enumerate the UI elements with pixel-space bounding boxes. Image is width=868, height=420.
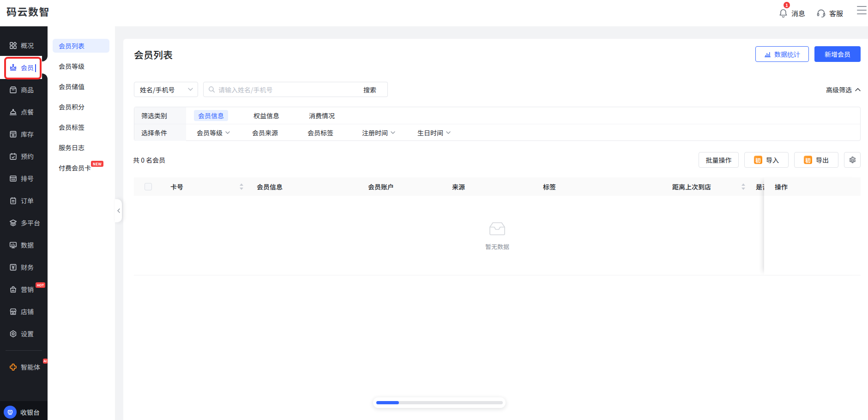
- booking-icon: [9, 152, 17, 160]
- advanced-filter-label: 高级筛选: [826, 85, 852, 94]
- table-bottom-border: [134, 275, 861, 275]
- sidebar-item-label: 店铺: [21, 307, 34, 316]
- fixed-action-column: 操作: [764, 177, 861, 275]
- select-all-checkbox[interactable]: [145, 183, 152, 190]
- shop-icon: [9, 308, 17, 316]
- main-area: 会员列表 数据统计 新增会员 姓名/手机号 请输入姓名/手机号 搜索 高级筛选 …: [115, 26, 868, 420]
- goods-icon: [9, 86, 17, 94]
- primary-sidebar: 概况 会员 商品 点餐 库存 预约 排号 订单 多平台 数据 财务 营: [0, 26, 48, 420]
- top-header: 码云数智 1 消息 客服: [0, 0, 868, 26]
- crown-icon: [9, 64, 17, 72]
- import-button[interactable]: 初 导入: [744, 152, 789, 168]
- condition-label: 生日时间: [417, 128, 443, 137]
- sidebar-item-cashier[interactable]: 收银台: [0, 401, 48, 420]
- submenu-item-3[interactable]: 会员积分: [53, 100, 109, 114]
- filter-tab-benefit-info[interactable]: 权益信息: [249, 110, 283, 121]
- chu-app-icon: 初: [804, 156, 812, 164]
- filter-condition-label: 选择条件: [134, 124, 186, 141]
- sidebar-item-5[interactable]: 预约: [0, 145, 48, 167]
- search-button[interactable]: 搜索: [352, 82, 388, 97]
- sidebar-item-4[interactable]: 库存: [0, 123, 48, 145]
- bell-icon: [778, 8, 788, 18]
- sidebar-item-1[interactable]: 会员: [0, 56, 48, 79]
- sidebar-item-8[interactable]: 多平台: [0, 212, 48, 234]
- column-settings-button[interactable]: [844, 152, 861, 168]
- chevron-down-icon: [188, 88, 193, 91]
- condition-label: 注册时间: [362, 128, 388, 137]
- content-card: 会员列表 数据统计 新增会员 姓名/手机号 请输入姓名/手机号 搜索 高级筛选 …: [123, 39, 868, 420]
- secondary-sidebar: 会员列表 会员等级 会员储值 会员积分 会员标签 服务日志 付费会员卡 NEW: [48, 26, 115, 420]
- export-label: 导出: [816, 155, 829, 164]
- sidebar-item-label: 设置: [21, 329, 34, 338]
- chevron-left-icon: [117, 208, 121, 213]
- column-source: 来源: [452, 177, 465, 196]
- submenu-item-0[interactable]: 会员列表: [53, 39, 109, 53]
- condition-member-level[interactable]: 会员等级: [197, 124, 230, 141]
- support-menu[interactable]: 客服: [816, 0, 843, 26]
- column-card-number[interactable]: 卡号: [170, 177, 183, 196]
- chevron-down-icon: [391, 131, 395, 134]
- scrollbar-track[interactable]: [376, 401, 503, 404]
- sidebar-item-13[interactable]: 设置: [0, 323, 48, 345]
- marketing-icon: [9, 286, 17, 293]
- export-button[interactable]: 初 导出: [794, 152, 838, 168]
- sidebar-item-label: 预约: [21, 152, 34, 161]
- dining-icon: [9, 108, 17, 116]
- filter-category-row: 筛选类别 会员信息 权益信息 消费情况: [134, 107, 860, 124]
- support-label: 客服: [829, 8, 843, 18]
- messages-menu[interactable]: 消息: [778, 0, 805, 26]
- sidebar-item-agent[interactable]: 智能体 AI: [0, 356, 48, 378]
- condition-birthday-time[interactable]: 生日时间: [417, 124, 451, 141]
- filter-panel: 筛选类别 会员信息 权益信息 消费情况 选择条件 会员等级 会员来源 会员标签 …: [134, 107, 861, 141]
- filter-tab-member-info[interactable]: 会员信息: [194, 110, 228, 121]
- stats-button[interactable]: 数据统计: [755, 46, 809, 62]
- condition-member-source[interactable]: 会员来源: [252, 124, 278, 141]
- search-icon: [208, 86, 215, 93]
- messages-label: 消息: [791, 8, 805, 18]
- menu-toggle-icon[interactable]: [857, 6, 867, 14]
- scrollbar-thumb[interactable]: [376, 401, 399, 404]
- sidebar-item-2[interactable]: 商品: [0, 79, 48, 101]
- hot-badge: HOT: [36, 282, 45, 288]
- sort-last-visit[interactable]: [741, 183, 745, 190]
- submenu-item-4[interactable]: 会员标签: [53, 120, 109, 134]
- order-icon: [9, 197, 17, 205]
- sidebar-item-3[interactable]: 点餐: [0, 101, 48, 123]
- condition-member-tag[interactable]: 会员标签: [307, 124, 333, 141]
- advanced-filter-toggle[interactable]: 高级筛选: [825, 82, 861, 97]
- sidebar-item-label: 多平台: [21, 218, 40, 227]
- stats-button-label: 数据统计: [774, 49, 800, 59]
- brand-logo: 码云数智: [6, 4, 50, 18]
- gear-icon: [849, 156, 856, 164]
- sidebar-collapse-handle[interactable]: [115, 199, 122, 222]
- condition-label: 会员来源: [252, 128, 278, 137]
- text-cursor: [35, 64, 36, 72]
- column-member-info: 会员信息: [257, 177, 283, 196]
- cashier-icon: [4, 406, 17, 419]
- sidebar-item-9[interactable]: 数据: [0, 234, 48, 256]
- batch-actions-button[interactable]: 批量操作: [699, 152, 739, 168]
- sidebar-item-0[interactable]: 概况: [0, 34, 48, 56]
- search-field-select[interactable]: 姓名/手机号: [134, 82, 198, 97]
- condition-register-time[interactable]: 注册时间: [362, 124, 395, 141]
- search-input[interactable]: 请输入姓名/手机号: [203, 82, 353, 97]
- sidebar-item-6[interactable]: 排号: [0, 167, 48, 189]
- submenu-item-1[interactable]: 会员等级: [53, 59, 109, 73]
- sidebar-item-10[interactable]: 财务: [0, 256, 48, 278]
- sort-card-number[interactable]: [240, 183, 243, 190]
- notification-badge: 1: [784, 2, 790, 8]
- sidebar-item-label: 财务: [21, 262, 34, 272]
- page-title: 会员列表: [134, 48, 173, 61]
- submenu-item-5[interactable]: 服务日志: [53, 140, 109, 154]
- column-actions: 操作: [775, 177, 788, 196]
- sidebar-divider: [6, 350, 42, 351]
- filter-tab-consumption[interactable]: 消费情况: [305, 110, 339, 121]
- sidebar-item-12[interactable]: 店铺: [0, 300, 48, 323]
- submenu-item-2[interactable]: 会员储值: [53, 79, 109, 93]
- sidebar-item-7[interactable]: 订单: [0, 189, 48, 212]
- add-member-button[interactable]: 新增会员: [814, 46, 861, 62]
- inventory-icon: [9, 130, 17, 138]
- member-count: 共 0 名会员: [133, 152, 165, 168]
- new-badge: NEW: [91, 161, 103, 167]
- sidebar-item-11[interactable]: 营销HOT: [0, 278, 48, 300]
